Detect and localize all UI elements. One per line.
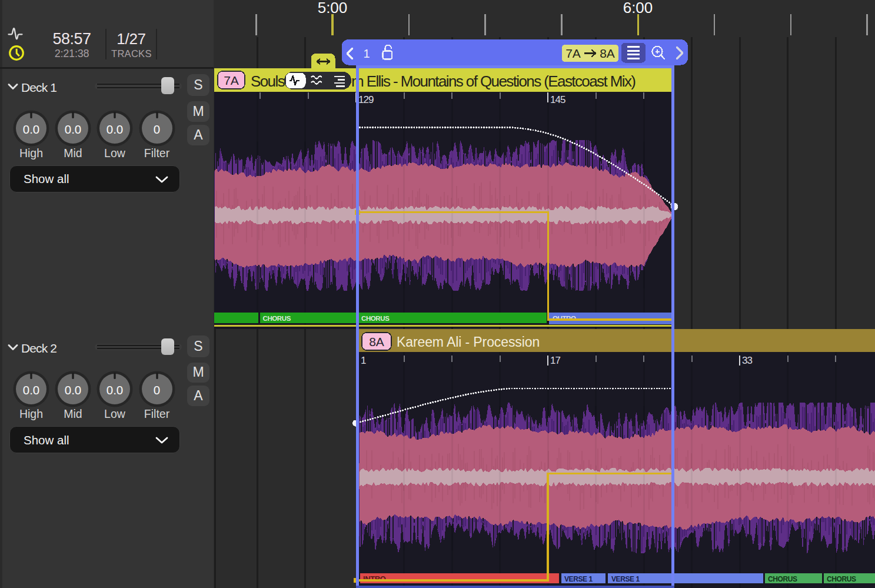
svg-text:17: 17 [550,355,561,366]
svg-text:Soulst: Soulst [251,72,289,90]
svg-text:VERSE 1: VERSE 1 [611,575,640,583]
svg-text:145: 145 [550,94,565,105]
svg-text:6:00: 6:00 [623,0,653,16]
svg-text:7A: 7A [565,46,581,60]
svg-text:7A: 7A [224,74,239,87]
svg-text:OUTRO: OUTRO [553,315,576,322]
svg-text:1: 1 [363,47,370,60]
svg-text:CHORUS: CHORUS [827,575,856,583]
svg-text:1: 1 [361,355,366,366]
svg-text:129: 129 [358,94,374,105]
svg-text:33: 33 [742,355,753,366]
svg-text:VERSE 1: VERSE 1 [564,575,593,583]
svg-text:Kareem Ali - Procession: Kareem Ali - Procession [397,334,540,350]
svg-text:8A: 8A [600,46,615,60]
svg-text:8A: 8A [369,335,384,348]
svg-text:5:00: 5:00 [318,0,348,16]
svg-text:INTRO: INTRO [363,574,386,583]
svg-text:CHORUS: CHORUS [361,315,390,322]
svg-text:CHORUS: CHORUS [768,575,797,583]
svg-text:m Ellis - Mountains of Questio: m Ellis - Mountains of Questions (Eastco… [351,72,636,90]
svg-text:CHORUS: CHORUS [263,315,291,322]
